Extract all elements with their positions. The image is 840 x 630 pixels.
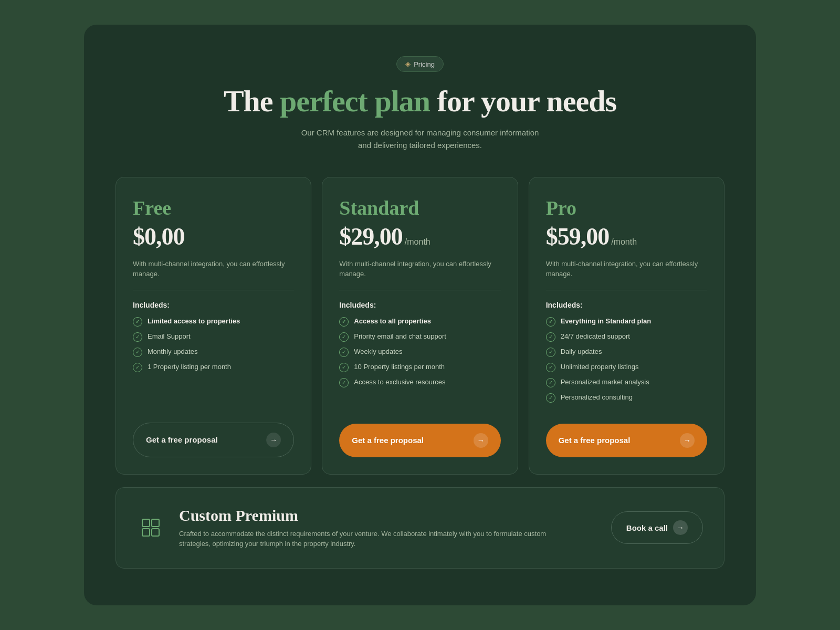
feature-item: Daily updates: [546, 347, 707, 357]
check-icon: [546, 317, 555, 327]
check-icon: [339, 348, 349, 357]
subtitle-line2: and delivering tailored experiences.: [358, 141, 482, 150]
svg-rect-2: [142, 529, 150, 536]
feature-item: Limited access to properties: [133, 317, 294, 327]
plan-price: $0,00: [133, 223, 185, 250]
plan-name: Pro: [546, 196, 707, 219]
subtitle-line1: Our CRM features are designed for managi…: [301, 128, 539, 137]
feature-text: Email Support: [148, 332, 191, 341]
feature-text: Access to exclusive resources: [354, 377, 445, 387]
feature-item: Personalized consulting: [546, 393, 707, 403]
feature-text: Personalized consulting: [561, 393, 633, 402]
features-list: Access to all properties Priority email …: [339, 317, 500, 403]
cta-label: Get a free proposal: [559, 436, 631, 445]
plan-price: $59,00: [546, 223, 610, 250]
feature-item: Priority email and chat support: [339, 332, 500, 342]
check-icon: [133, 317, 142, 327]
pricing-badge-pill: ◈ Pricing: [396, 56, 444, 72]
svg-rect-0: [142, 519, 150, 527]
check-icon: [339, 317, 349, 327]
includes-label: Includeds:: [133, 301, 294, 309]
cta-button-pro[interactable]: Get a free proposal →: [546, 424, 707, 457]
feature-item: Everything in Standard plan: [546, 317, 707, 327]
plan-period: /month: [405, 237, 430, 247]
feature-item: Email Support: [133, 332, 294, 342]
divider: [546, 290, 707, 290]
title-post: for your needs: [430, 84, 616, 118]
cta-arrow-icon: →: [266, 433, 281, 447]
plan-price-row: $59,00 /month: [546, 223, 707, 250]
check-icon: [546, 363, 555, 372]
feature-text: 24/7 dedicated support: [561, 332, 630, 341]
features-list: Limited access to properties Email Suppo…: [133, 317, 294, 402]
feature-item: Access to all properties: [339, 317, 500, 327]
feature-item: 10 Property listings per month: [339, 362, 500, 372]
badge-row: ◈ Pricing: [116, 56, 724, 72]
feature-text: Everything in Standard plan: [561, 317, 652, 326]
check-icon: [546, 378, 555, 387]
check-icon: [133, 332, 142, 342]
custom-title: Custom Premium: [179, 507, 596, 524]
diamond-icon: ◈: [405, 60, 411, 68]
feature-item: Unlimited property listings: [546, 362, 707, 372]
plan-card-free: Free $0,00 With multi-channel integratio…: [116, 177, 311, 475]
check-icon: [339, 332, 349, 342]
feature-text: Personalized market analysis: [561, 377, 649, 387]
feature-text: Limited access to properties: [148, 317, 240, 326]
feature-item: 1 Property listing per month: [133, 362, 294, 372]
plan-card-standard: Standard $29,00 /month With multi-channe…: [322, 177, 518, 475]
includes-label: Includeds:: [546, 301, 707, 309]
feature-text: Access to all properties: [354, 317, 431, 326]
check-icon: [546, 332, 555, 342]
custom-description: Crafted to accommodate the distinct requ…: [179, 529, 557, 549]
plan-name: Free: [133, 196, 294, 219]
cta-arrow-icon: →: [474, 433, 488, 448]
custom-premium-card: Custom Premium Crafted to accommodate th…: [116, 487, 724, 569]
check-icon: [339, 378, 349, 387]
feature-text: Weekly updates: [354, 347, 402, 356]
check-icon: [133, 348, 142, 357]
cta-arrow-icon: →: [680, 433, 695, 448]
check-icon: [339, 363, 349, 372]
check-icon: [546, 393, 555, 403]
feature-item: Weekly updates: [339, 347, 500, 357]
plans-grid: Free $0,00 With multi-channel integratio…: [116, 177, 724, 475]
divider: [339, 290, 500, 290]
svg-rect-3: [152, 529, 159, 536]
feature-text: Priority email and chat support: [354, 332, 446, 341]
feature-item: Monthly updates: [133, 347, 294, 357]
feature-text: Daily updates: [561, 347, 602, 356]
plan-period: /month: [611, 237, 637, 247]
cta-label: Get a free proposal: [352, 436, 424, 445]
feature-item: Personalized market analysis: [546, 377, 707, 387]
title-highlight: perfect plan: [280, 84, 430, 118]
main-title: The perfect plan for your needs: [116, 85, 724, 118]
cta-label: Get a free proposal: [146, 435, 218, 444]
plan-card-pro: Pro $59,00 /month With multi-channel int…: [529, 177, 724, 475]
subtitle: Our CRM features are designed for managi…: [116, 127, 724, 152]
badge-label: Pricing: [414, 60, 435, 68]
title-pre: The: [224, 84, 280, 118]
check-icon: [546, 348, 555, 357]
divider: [133, 290, 294, 290]
plan-description: With multi-channel integration, you can …: [339, 259, 500, 279]
feature-text: 10 Property listings per month: [354, 362, 445, 372]
feature-item: 24/7 dedicated support: [546, 332, 707, 342]
plan-price-row: $29,00 /month: [339, 223, 500, 250]
features-list: Everything in Standard plan 24/7 dedicat…: [546, 317, 707, 403]
book-call-label: Book a call: [626, 523, 668, 532]
svg-rect-1: [152, 519, 159, 527]
plan-description: With multi-channel integration, you can …: [546, 259, 707, 279]
plan-name: Standard: [339, 196, 500, 219]
check-icon: [133, 363, 142, 372]
feature-item: Access to exclusive resources: [339, 377, 500, 387]
book-call-button[interactable]: Book a call →: [611, 511, 703, 544]
plan-description: With multi-channel integration, you can …: [133, 259, 294, 279]
pricing-container: ◈ Pricing The perfect plan for your need…: [84, 25, 756, 605]
cta-button-standard[interactable]: Get a free proposal →: [339, 424, 500, 457]
custom-icon: [137, 514, 164, 541]
feature-text: 1 Property listing per month: [148, 362, 231, 372]
custom-content: Custom Premium Crafted to accommodate th…: [179, 507, 596, 549]
feature-text: Unlimited property listings: [561, 362, 639, 372]
cta-button-free[interactable]: Get a free proposal →: [133, 423, 294, 457]
